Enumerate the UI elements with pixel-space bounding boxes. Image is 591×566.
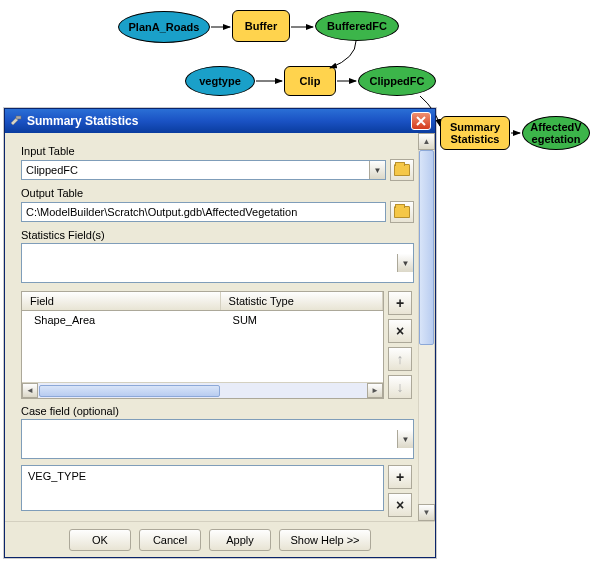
input-table-value: ClippedFC [26, 164, 78, 176]
statistics-grid[interactable]: Field Statistic Type Shape_Area SUM ◄ [21, 291, 384, 399]
dialog-content: Input Table ClippedFC ▼ Output Table Sta… [5, 133, 418, 521]
case-field-select[interactable]: ▼ [21, 419, 414, 459]
grid-header-field: Field [22, 292, 221, 310]
close-button[interactable] [411, 112, 431, 130]
dropdown-arrow-icon: ▼ [369, 161, 385, 179]
ok-button[interactable]: OK [69, 529, 131, 551]
move-up-button[interactable]: ↑ [388, 347, 412, 371]
dialog-title: Summary Statistics [27, 114, 411, 128]
arrow-up-icon: ↑ [397, 351, 404, 367]
remove-case-button[interactable]: × [388, 493, 412, 517]
list-item[interactable]: VEG_TYPE [28, 470, 377, 482]
dropdown-arrow-icon: ▼ [397, 430, 413, 448]
x-icon: × [396, 323, 404, 339]
dialog-footer: OK Cancel Apply Show Help >> [5, 521, 435, 557]
case-field-label: Case field (optional) [21, 405, 414, 417]
case-side-buttons: + × [388, 465, 414, 517]
folder-icon [394, 164, 410, 176]
dialog-body: Input Table ClippedFC ▼ Output Table Sta… [5, 133, 435, 521]
plus-icon: + [396, 469, 404, 485]
x-icon: × [396, 497, 404, 513]
case-field-list[interactable]: VEG_TYPE [21, 465, 384, 511]
statistics-fields-label: Statistics Field(s) [21, 229, 414, 241]
scroll-up-icon[interactable]: ▲ [418, 133, 435, 150]
input-table-browse-button[interactable] [390, 159, 414, 181]
arrow-down-icon: ↓ [397, 379, 404, 395]
dropdown-arrow-icon: ▼ [397, 254, 413, 272]
show-help-button[interactable]: Show Help >> [279, 529, 371, 551]
grid-side-buttons: + × ↑ ↓ [388, 291, 414, 399]
remove-row-button[interactable]: × [388, 319, 412, 343]
titlebar[interactable]: Summary Statistics [5, 109, 435, 133]
grid-cell-field: Shape_Area [22, 311, 221, 329]
svg-rect-5 [16, 116, 21, 119]
apply-button[interactable]: Apply [209, 529, 271, 551]
scroll-left-icon[interactable]: ◄ [22, 383, 38, 398]
add-case-button[interactable]: + [388, 465, 412, 489]
statistics-fields-select[interactable]: ▼ [21, 243, 414, 283]
grid-row[interactable]: Shape_Area SUM [22, 311, 383, 329]
tool-icon [9, 114, 23, 128]
grid-cell-stat: SUM [221, 311, 383, 329]
output-table-browse-button[interactable] [390, 201, 414, 223]
grid-hscrollbar[interactable]: ◄ ► [22, 382, 383, 398]
add-row-button[interactable]: + [388, 291, 412, 315]
move-down-button[interactable]: ↓ [388, 375, 412, 399]
grid-header: Field Statistic Type [22, 292, 383, 311]
cancel-button[interactable]: Cancel [139, 529, 201, 551]
summary-statistics-dialog: Summary Statistics Input Table ClippedFC… [4, 108, 436, 558]
output-table-input[interactable] [21, 202, 386, 222]
dialog-vscrollbar[interactable]: ▲ ▼ [418, 133, 435, 521]
close-icon [416, 116, 426, 126]
folder-icon [394, 206, 410, 218]
input-table-label: Input Table [21, 145, 414, 157]
scroll-right-icon[interactable]: ► [367, 383, 383, 398]
scroll-down-icon[interactable]: ▼ [418, 504, 435, 521]
input-table-select[interactable]: ClippedFC ▼ [21, 160, 386, 180]
plus-icon: + [396, 295, 404, 311]
output-table-label: Output Table [21, 187, 414, 199]
grid-header-stat: Statistic Type [221, 292, 383, 310]
